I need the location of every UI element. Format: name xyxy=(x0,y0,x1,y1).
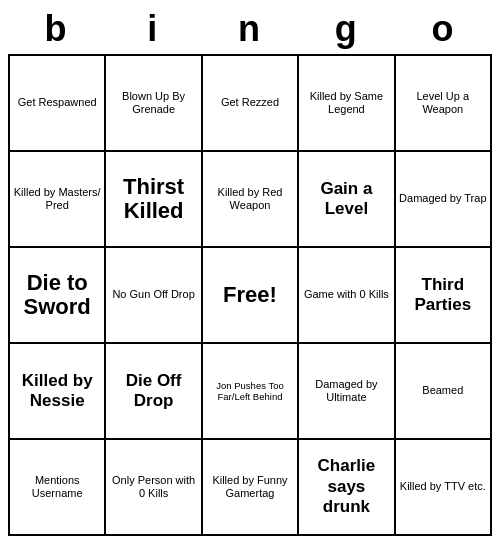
bingo-cell-0: Get Respawned xyxy=(10,56,106,152)
bingo-cell-12: Free! xyxy=(203,248,299,344)
bingo-cell-23: Charlie says drunk xyxy=(299,440,395,536)
letter-g: g xyxy=(303,8,391,50)
bingo-grid: Get RespawnedBlown Up By GrenadeGet Rezz… xyxy=(8,54,492,536)
bingo-cell-11: No Gun Off Drop xyxy=(106,248,202,344)
bingo-cell-9: Damaged by Trap xyxy=(396,152,492,248)
letter-o: o xyxy=(400,8,488,50)
letter-n: n xyxy=(206,8,294,50)
letter-b: b xyxy=(12,8,100,50)
bingo-cell-14: Third Parties xyxy=(396,248,492,344)
bingo-cell-6: Thirst Killed xyxy=(106,152,202,248)
bingo-cell-13: Game with 0 Kills xyxy=(299,248,395,344)
bingo-cell-5: Killed by Masters/ Pred xyxy=(10,152,106,248)
bingo-cell-8: Gain a Level xyxy=(299,152,395,248)
bingo-cell-7: Killed by Red Weapon xyxy=(203,152,299,248)
bingo-cell-15: Killed by Nessie xyxy=(10,344,106,440)
bingo-cell-18: Damaged by Ultimate xyxy=(299,344,395,440)
bingo-cell-4: Level Up a Weapon xyxy=(396,56,492,152)
bingo-title: b i n g o xyxy=(8,8,492,50)
bingo-cell-21: Only Person with 0 Kills xyxy=(106,440,202,536)
bingo-cell-22: Killed by Funny Gamertag xyxy=(203,440,299,536)
bingo-cell-2: Get Rezzed xyxy=(203,56,299,152)
bingo-cell-1: Blown Up By Grenade xyxy=(106,56,202,152)
bingo-cell-16: Die Off Drop xyxy=(106,344,202,440)
bingo-cell-3: Killed by Same Legend xyxy=(299,56,395,152)
bingo-cell-24: Killed by TTV etc. xyxy=(396,440,492,536)
bingo-cell-17: Jon Pushes Too Far/Left Behind xyxy=(203,344,299,440)
bingo-cell-19: Beamed xyxy=(396,344,492,440)
bingo-cell-20: Mentions Username xyxy=(10,440,106,536)
letter-i: i xyxy=(109,8,197,50)
bingo-cell-10: Die to Sword xyxy=(10,248,106,344)
